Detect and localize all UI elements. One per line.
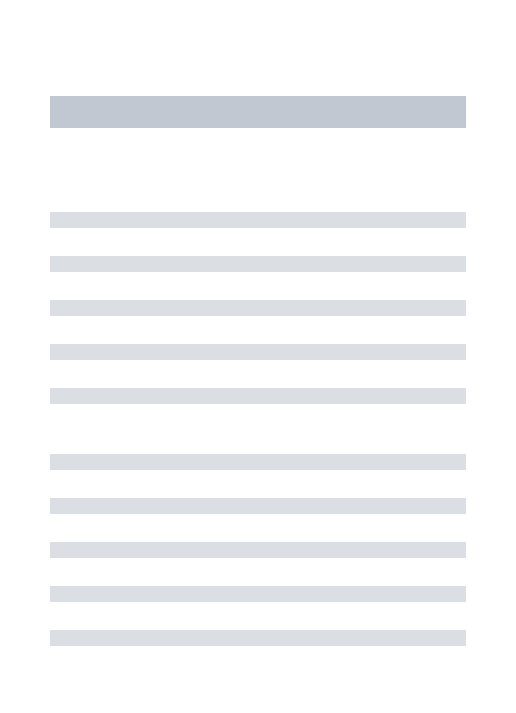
text-block: [50, 454, 466, 646]
header-placeholder: [50, 96, 466, 128]
text-line-placeholder: [50, 212, 466, 228]
text-block: [50, 212, 466, 404]
text-line-placeholder: [50, 542, 466, 558]
text-line-placeholder: [50, 498, 466, 514]
text-line-placeholder: [50, 256, 466, 272]
text-line-placeholder: [50, 454, 466, 470]
text-line-placeholder: [50, 388, 466, 404]
text-line-placeholder: [50, 344, 466, 360]
text-line-placeholder: [50, 300, 466, 316]
text-line-placeholder: [50, 586, 466, 602]
text-line-placeholder: [50, 630, 466, 646]
